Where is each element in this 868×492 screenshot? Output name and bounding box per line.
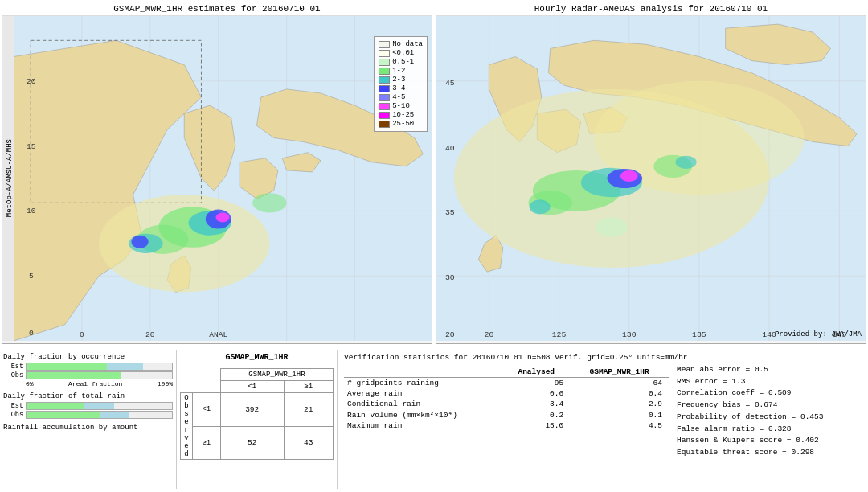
legend-label-3: 3-4	[392, 84, 405, 92]
verif-row-gridpoints: # gridpoints raining 95 64	[344, 378, 669, 389]
top-row: GSMAP_MWR_1HR estimates for 20160710 01 …	[0, 0, 868, 346]
bar-row-est1: Est	[3, 363, 173, 371]
cont-obs-label-cell	[181, 381, 193, 393]
right-map-area: 45 40 35 30 20 20 125 130 135 140 145 Pr…	[436, 16, 866, 341]
cont-data-row1: O b s e r v e d <1 392 21	[181, 393, 334, 427]
verif-label-volume: Rain volume (mm×km²×10⁴)	[344, 409, 502, 420]
verif-row-maxrain: Maximum rain 15.0 4.5	[344, 420, 669, 431]
verif-data-table: Analysed GSMAP_MWR_1HR # gridpoints rain…	[344, 367, 669, 431]
bottom-right-stats: Verification statistics for 20160710 01 …	[338, 350, 868, 489]
svg-text:ANAL: ANAL	[209, 330, 227, 339]
cont-row-lt1: <1	[192, 393, 220, 427]
svg-point-14	[216, 212, 230, 222]
legend-item-10: 10-25	[379, 111, 423, 119]
left-map-panel: GSMAP_MWR_1HR estimates for 20160710 01 …	[2, 2, 432, 344]
legend-item-5: 5-10	[379, 102, 423, 110]
bottom-row: Daily fraction by occurrence Est Obs 0%	[0, 346, 868, 492]
cont-val-11: 43	[284, 426, 334, 460]
legend-label-4: 4-5	[392, 93, 405, 101]
stat-pod: Probability of detection = 0.453	[677, 412, 862, 424]
contingency-table: GSMAP_MWR_1HR <1 ≥1 O b s e r v e d <1 3…	[180, 368, 334, 460]
verif-header: Verification statistics for 20160710 01 …	[344, 353, 862, 362]
bar-row-est2: Est	[3, 402, 173, 410]
verif-val-condrain-g: 2.9	[570, 399, 669, 409]
left-map-area: MetOp-A/AMSU-A/MHS	[2, 16, 432, 341]
legend-color-05	[379, 59, 390, 66]
chart-accumulation: Rainfall accumulation by amount	[3, 424, 173, 432]
svg-text:0: 0	[80, 330, 84, 339]
verif-val-volume-g: 0.1	[570, 409, 669, 420]
svg-text:40: 40	[445, 144, 455, 153]
stat-freqbias: Frequency bias = 0.674	[677, 400, 862, 412]
legend-color-5	[379, 103, 390, 110]
verif-label-avgrain: Average rain	[344, 388, 502, 399]
bar-label-obs1: Obs	[3, 371, 23, 379]
legend-color-25	[379, 121, 390, 128]
bar-container-obs1	[26, 371, 173, 379]
svg-text:45: 45	[445, 79, 455, 88]
svg-point-17	[131, 236, 148, 248]
verif-val-avgrain-a: 0.6	[502, 388, 570, 399]
svg-text:20: 20	[27, 77, 36, 86]
cont-empty-cell2	[192, 369, 220, 381]
cont-table-title: GSMAP_MWR_1HR	[180, 353, 334, 362]
stat-corr: Correlation coeff = 0.509	[677, 387, 862, 400]
cont-val-01: 21	[284, 393, 334, 427]
right-map-title: Hourly Radar-AMeDAS analysis for 2016071…	[436, 2, 866, 16]
verif-val-maxrain-a: 15.0	[502, 420, 570, 431]
bar-fill-est1b	[107, 363, 143, 370]
cont-empty-cell	[181, 369, 193, 381]
chart-rain-title: Daily fraction of total rain	[3, 392, 173, 400]
cont-subheader-row: <1 ≥1	[181, 381, 334, 393]
svg-point-49	[596, 217, 627, 236]
right-map-svg: 45 40 35 30 20 20 125 130 135 140 145	[436, 16, 866, 341]
bar-label-obs2: Obs	[3, 411, 23, 419]
legend-panel: No data <0.01 0.5-1 1-2	[374, 36, 428, 132]
verif-th-gsmap: GSMAP_MWR_1HR	[570, 367, 669, 378]
chart-rain-fraction: Daily fraction of total rain Est Obs	[3, 392, 173, 419]
verif-val-volume-a: 0.2	[502, 409, 570, 420]
verif-label-gridpoints: # gridpoints raining	[344, 378, 502, 389]
legend-color-2	[379, 76, 390, 84]
svg-point-44	[620, 170, 638, 182]
verif-content: Analysed GSMAP_MWR_1HR # gridpoints rain…	[344, 364, 862, 459]
svg-text:10: 10	[27, 207, 36, 216]
verif-val-condrain-a: 3.4	[502, 399, 570, 409]
bar-container-est2	[26, 402, 173, 410]
cont-val-00: 392	[220, 393, 284, 427]
svg-point-48	[676, 156, 697, 169]
bar-fill-est1	[27, 363, 107, 370]
verif-th-blank	[344, 367, 502, 378]
legend-label-05: 0.5-1	[392, 58, 414, 66]
svg-point-18	[252, 193, 286, 212]
svg-text:130: 130	[622, 330, 637, 339]
legend-label-1: 1-2	[392, 67, 405, 75]
verif-row-volume: Rain volume (mm×km²×10⁴) 0.2 0.1	[344, 409, 669, 420]
main-container: GSMAP_MWR_1HR estimates for 20160710 01 …	[0, 0, 868, 492]
legend-item-2: 2-3	[379, 76, 423, 84]
svg-text:0: 0	[29, 329, 34, 338]
left-map-svg: 0 20 ANAL 20 15 10 5 0	[14, 16, 432, 341]
cont-col-header: GSMAP_MWR_1HR	[220, 369, 333, 381]
legend-label-25: 25-50	[392, 120, 414, 128]
legend-item-3: 3-4	[379, 84, 423, 92]
right-map-panel: Hourly Radar-AMeDAS analysis for 2016071…	[436, 2, 866, 344]
cont-header-row: GSMAP_MWR_1HR	[181, 369, 334, 381]
legend-label-001: <0.01	[392, 49, 414, 57]
verif-val-avgrain-g: 0.4	[570, 388, 669, 399]
bar-label-est1: Est	[3, 363, 23, 371]
svg-text:135: 135	[692, 330, 706, 339]
svg-text:30: 30	[445, 274, 455, 283]
stat-ets: Equitable threat score = 0.298	[677, 447, 862, 459]
bar-row-obs1: Obs	[3, 371, 173, 379]
scalar-stats: Mean abs error = 0.5 RMS error = 1.3 Cor…	[677, 364, 862, 459]
axis-areal: Areal fraction	[68, 380, 122, 387]
chart-occurrence: Daily fraction by occurrence Est Obs 0%	[3, 353, 173, 387]
cont-empty-col	[192, 381, 220, 393]
verif-val-maxrain-g: 4.5	[570, 420, 669, 431]
svg-text:20: 20	[145, 330, 155, 339]
svg-text:20: 20	[445, 330, 455, 339]
svg-text:20: 20	[485, 330, 494, 339]
verif-row-condrain: Conditional rain 3.4 2.9	[344, 399, 669, 409]
cont-data-row2: ≥1 52 43	[181, 426, 334, 460]
